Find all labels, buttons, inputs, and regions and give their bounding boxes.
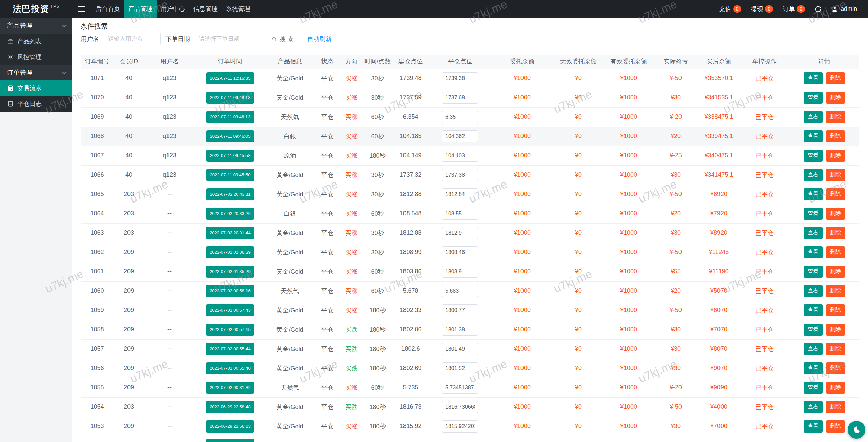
view-button[interactable]: 查看 bbox=[804, 324, 823, 336]
close-price-input[interactable] bbox=[442, 362, 478, 374]
close-price-input[interactable] bbox=[442, 420, 478, 433]
delete-button[interactable]: 删除 bbox=[826, 92, 845, 104]
order-time-button[interactable]: 2022-06-29 22:56:13 bbox=[206, 420, 254, 433]
view-button[interactable]: 查看 bbox=[804, 111, 823, 123]
open-price: 1812.88 bbox=[392, 185, 429, 204]
close-price-input[interactable] bbox=[442, 188, 478, 200]
view-button[interactable]: 查看 bbox=[804, 227, 823, 239]
floating-service-button[interactable] bbox=[848, 421, 865, 439]
close-price-input[interactable] bbox=[442, 72, 478, 84]
user-menu[interactable]: admin bbox=[831, 5, 857, 13]
close-price-input[interactable] bbox=[442, 169, 478, 181]
search-button[interactable]: 搜 索 bbox=[266, 33, 299, 45]
delete-button[interactable]: 删除 bbox=[826, 208, 845, 220]
view-button[interactable]: 查看 bbox=[804, 401, 823, 413]
view-button[interactable]: 查看 bbox=[804, 150, 823, 162]
delete-button[interactable]: 删除 bbox=[826, 266, 845, 278]
view-button[interactable]: 查看 bbox=[804, 169, 823, 181]
sidebar-section-product-management[interactable]: 产品管理 bbox=[0, 18, 72, 34]
view-button[interactable]: 查看 bbox=[804, 266, 823, 278]
delete-button[interactable]: 删除 bbox=[826, 304, 845, 316]
username-input[interactable] bbox=[104, 33, 161, 45]
close-price-input[interactable] bbox=[442, 382, 478, 394]
withdraw-shortcut[interactable]: 提现 0 bbox=[751, 5, 773, 13]
order-time-button[interactable]: 2022-07-02 00:55:44 bbox=[206, 343, 254, 355]
close-price-input[interactable] bbox=[442, 343, 478, 355]
order-time-button[interactable]: 2022-07-11 09:46:05 bbox=[206, 130, 254, 142]
close-price-input[interactable] bbox=[442, 130, 478, 142]
order-time-button[interactable]: 2022-07-02 00:57:15 bbox=[206, 324, 254, 336]
view-button[interactable]: 查看 bbox=[804, 382, 823, 394]
order-time-button[interactable]: 2022-06-29 22:58:48 bbox=[206, 401, 254, 413]
nav-item-user-center[interactable]: 用户中心 bbox=[157, 0, 189, 18]
sidebar-item-product-list[interactable]: 产品列表 bbox=[0, 34, 72, 49]
refresh-icon[interactable] bbox=[814, 5, 822, 13]
order-time-button[interactable]: 2022-07-02 02:36:39 bbox=[206, 246, 254, 258]
delete-button[interactable]: 删除 bbox=[826, 343, 845, 355]
nav-item-dashboard[interactable]: 后台首页 bbox=[92, 0, 124, 18]
view-button[interactable]: 查看 bbox=[804, 92, 823, 104]
close-price-input[interactable] bbox=[442, 304, 478, 316]
order-time-button[interactable]: 2022-07-11 09:45:58 bbox=[206, 150, 254, 162]
order-time-button[interactable]: 2022-07-02 01:35:29 bbox=[206, 266, 254, 278]
order-time-button[interactable]: 2022-07-02 20:31:44 bbox=[206, 227, 254, 239]
order-time-button[interactable]: 2022-07-02 20:33:26 bbox=[206, 208, 254, 220]
recharge-shortcut[interactable]: 充值 0 bbox=[719, 5, 742, 13]
sidebar-item-close-log[interactable]: 平仓日志 bbox=[0, 96, 72, 112]
sidebar-section-order-management[interactable]: 订单管理 bbox=[0, 65, 72, 80]
order-time-button[interactable]: 2022-07-02 20:43:11 bbox=[206, 188, 254, 200]
delete-button[interactable]: 删除 bbox=[826, 401, 845, 413]
view-button[interactable]: 查看 bbox=[804, 246, 823, 258]
nav-item-product-management[interactable]: 产品管理 bbox=[124, 0, 157, 18]
close-price-input[interactable] bbox=[442, 246, 478, 258]
view-button[interactable]: 查看 bbox=[804, 72, 823, 84]
delete-button[interactable]: 删除 bbox=[826, 188, 845, 200]
close-price-input[interactable] bbox=[442, 266, 478, 278]
order-time-button[interactable]: 2022-07-11 09:46:13 bbox=[206, 111, 254, 123]
view-button[interactable]: 查看 bbox=[804, 362, 823, 374]
nav-item-system-management[interactable]: 系统管理 bbox=[222, 0, 254, 18]
order-time-button[interactable]: 2022-07-02 00:57:43 bbox=[206, 304, 254, 316]
order-time-button[interactable]: 2022-07-11 09:48:13 bbox=[206, 92, 254, 104]
delete-button[interactable]: 删除 bbox=[826, 246, 845, 258]
orders-shortcut[interactable]: 订单 0 bbox=[783, 5, 805, 13]
order-time-button[interactable]: 2022-07-02 00:31:32 bbox=[206, 382, 254, 394]
nav-item-info-management[interactable]: 信息管理 bbox=[189, 0, 222, 18]
order-time-button[interactable]: 2022-07-11 09:45:50 bbox=[206, 169, 254, 181]
view-button[interactable]: 查看 bbox=[804, 420, 823, 433]
order-date-input[interactable] bbox=[195, 33, 258, 45]
view-button[interactable]: 查看 bbox=[804, 188, 823, 200]
close-price-input[interactable] bbox=[442, 150, 478, 162]
delete-button[interactable]: 删除 bbox=[826, 324, 845, 336]
delete-button[interactable]: 删除 bbox=[826, 227, 845, 239]
close-price-input[interactable] bbox=[442, 401, 478, 413]
delete-button[interactable]: 删除 bbox=[826, 362, 845, 374]
close-price-input[interactable] bbox=[442, 324, 478, 336]
auto-refresh-link[interactable]: 自动刷新 bbox=[307, 35, 332, 43]
close-price-input[interactable] bbox=[442, 227, 478, 239]
view-button[interactable]: 查看 bbox=[804, 304, 823, 316]
view-button[interactable]: 查看 bbox=[804, 208, 823, 220]
view-button[interactable]: 查看 bbox=[804, 343, 823, 355]
close-price-input[interactable] bbox=[442, 111, 478, 123]
order-time-button[interactable] bbox=[206, 439, 254, 442]
order-time-button[interactable]: 2022-07-02 00:58:16 bbox=[206, 285, 254, 297]
view-button[interactable]: 查看 bbox=[804, 130, 823, 142]
sidebar-item-trade-flow[interactable]: 交易流水 bbox=[0, 80, 72, 96]
delete-button[interactable]: 删除 bbox=[826, 285, 845, 297]
delete-button[interactable]: 删除 bbox=[826, 150, 845, 162]
close-price-input[interactable] bbox=[442, 285, 478, 297]
order-time-button[interactable]: 2022-07-02 00:55:40 bbox=[206, 362, 254, 374]
close-price-input[interactable] bbox=[442, 92, 478, 104]
delete-button[interactable]: 删除 bbox=[826, 130, 845, 142]
delete-button[interactable]: 删除 bbox=[826, 111, 845, 123]
close-price-input[interactable] bbox=[442, 208, 478, 220]
view-button[interactable]: 查看 bbox=[804, 285, 823, 297]
sidebar-item-risk-management[interactable]: 风控管理 bbox=[0, 49, 72, 65]
delete-button[interactable]: 删除 bbox=[826, 169, 845, 181]
order-time-button[interactable]: 2022-07-11 12:16:35 bbox=[206, 72, 254, 84]
delete-button[interactable]: 删除 bbox=[826, 420, 845, 433]
menu-toggle-icon[interactable] bbox=[72, 0, 92, 18]
delete-button[interactable]: 删除 bbox=[826, 382, 845, 394]
delete-button[interactable]: 删除 bbox=[826, 72, 845, 84]
